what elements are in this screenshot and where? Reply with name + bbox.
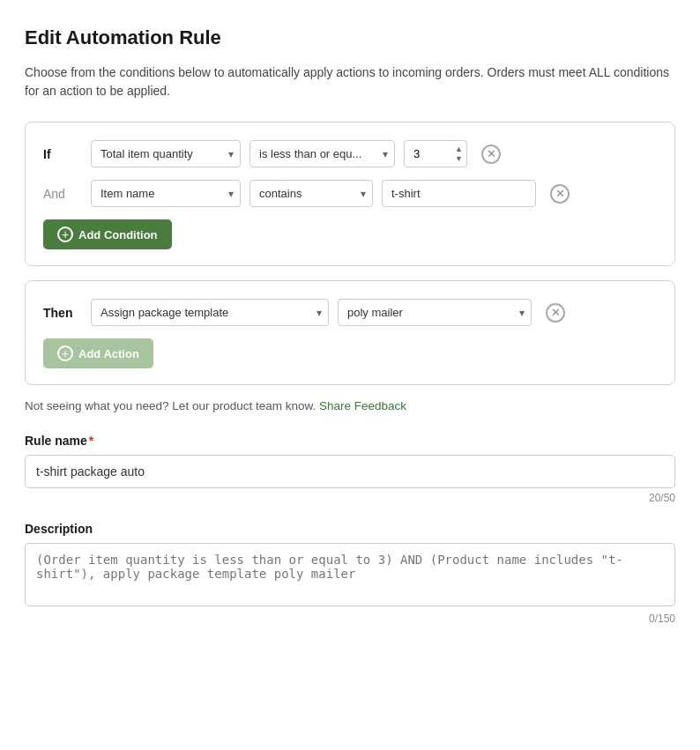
close-circle-icon: ✕	[481, 145, 501, 164]
condition1-field-wrapper: Total item quantity Item name Order weig…	[91, 140, 241, 167]
add-condition-label: Add Condition	[78, 228, 158, 241]
feedback-static-text: Not seeing what you need? Let our produc…	[25, 399, 316, 412]
and-row: And Item name SKU Order tag contains equ…	[43, 180, 657, 207]
spinner-down[interactable]: ▼	[452, 154, 465, 164]
action-remove-button[interactable]: ✕	[544, 301, 567, 324]
add-action-button[interactable]: + Add Action	[43, 338, 153, 368]
condition2-operator-select[interactable]: contains equals starts with	[249, 180, 373, 207]
add-condition-button[interactable]: + Add Condition	[43, 219, 172, 249]
condition2-field-wrapper: Item name SKU Order tag	[91, 180, 241, 207]
conditions-box: If Total item quantity Item name Order w…	[25, 122, 675, 266]
package-select-wrapper: poly mailer small box large box	[338, 299, 532, 326]
description-char-count: 0/150	[25, 613, 675, 625]
rule-name-group: Rule name* 20/50	[25, 434, 675, 504]
package-select[interactable]: poly mailer small box large box	[338, 299, 532, 326]
close-circle-icon-3: ✕	[546, 303, 565, 323]
actions-box: Then Assign package template Add tag Set…	[25, 280, 675, 385]
action-type-select[interactable]: Assign package template Add tag Set weig…	[91, 299, 329, 326]
description-label: Description	[25, 522, 675, 536]
plus-icon: +	[57, 226, 73, 242]
condition2-field-select[interactable]: Item name SKU Order tag	[91, 180, 241, 207]
rule-name-input[interactable]	[25, 455, 675, 488]
share-feedback-link[interactable]: Share Feedback	[319, 399, 406, 412]
plus-icon-action: +	[57, 345, 73, 361]
condition1-field-select[interactable]: Total item quantity Item name Order weig…	[91, 140, 241, 167]
description-textarea[interactable]	[25, 543, 675, 606]
if-row: If Total item quantity Item name Order w…	[43, 140, 657, 167]
and-label: And	[43, 187, 82, 201]
intro-text: Choose from the conditions below to auto…	[25, 63, 675, 100]
condition1-operator-wrapper: is less than or equ... is greater than e…	[249, 140, 395, 167]
condition1-operator-select[interactable]: is less than or equ... is greater than e…	[249, 140, 395, 167]
rule-name-label: Rule name*	[25, 434, 675, 448]
if-label: If	[43, 147, 82, 161]
action-type-wrapper: Assign package template Add tag Set weig…	[91, 299, 329, 326]
add-action-label: Add Action	[78, 347, 139, 360]
condition2-remove-button[interactable]: ✕	[548, 182, 571, 205]
spinner-up[interactable]: ▲	[452, 145, 465, 154]
then-label: Then	[43, 306, 82, 320]
condition2-operator-wrapper: contains equals starts with	[249, 180, 373, 207]
description-group: Description 0/150	[25, 522, 675, 625]
close-circle-icon-2: ✕	[550, 184, 570, 204]
spinner-btns: ▲ ▼	[452, 145, 465, 164]
rule-name-char-count: 20/50	[25, 492, 675, 504]
condition1-value-wrapper: ▲ ▼	[404, 140, 467, 167]
then-row: Then Assign package template Add tag Set…	[43, 299, 657, 326]
feedback-row: Not seeing what you need? Let our produc…	[25, 399, 675, 412]
page-title: Edit Automation Rule	[25, 26, 675, 49]
condition2-value-input[interactable]	[382, 180, 536, 207]
condition1-remove-button[interactable]: ✕	[480, 143, 503, 166]
required-star: *	[89, 434, 93, 448]
